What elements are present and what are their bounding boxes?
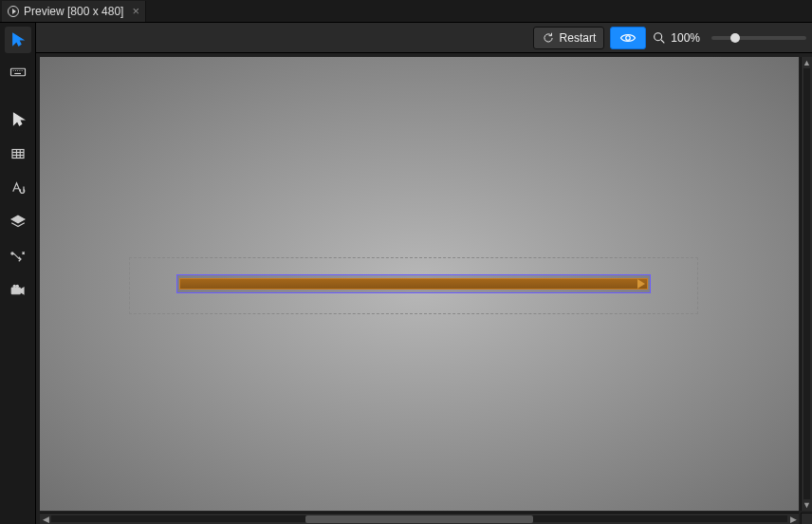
zoom-slider[interactable] [711,36,806,40]
pointer-icon [9,111,27,128]
text-style-tool[interactable] [5,175,31,201]
tab-preview[interactable]: Preview [800 x 480] × [2,1,146,22]
direct-select-icon [9,31,27,48]
horizontal-scrollbar[interactable]: ◀ ▶ [40,513,799,524]
zoom-slider-thumb[interactable] [730,33,740,43]
arrow-right-icon [637,279,645,289]
keyboard-tool[interactable] [5,59,31,85]
layers-icon [9,214,27,231]
svg-line-19 [661,40,664,43]
tab-title: Preview [800 x 480] [24,5,123,18]
grid-icon [9,145,27,162]
svg-rect-14 [11,288,20,294]
keyboard-icon [9,64,27,81]
layers-tool[interactable] [5,209,31,235]
text-style-icon [9,179,27,196]
selection-box[interactable] [176,274,651,293]
scroll-down-icon[interactable]: ▼ [802,499,812,511]
tab-bar: Preview [800 x 480] × [0,0,812,23]
scroll-left-icon[interactable]: ◀ [40,514,51,524]
zoom-icon[interactable] [652,30,667,46]
svg-rect-0 [10,68,25,76]
preview-toolbar: Restart 100% [36,23,812,53]
tool-strip [0,23,36,524]
svg-point-15 [13,285,15,287]
scroll-up-icon[interactable]: ▲ [802,57,812,68]
connector-tool[interactable] [5,243,31,270]
restart-button[interactable]: Restart [533,27,605,49]
restart-label: Restart [560,31,597,45]
zoom-value[interactable]: 100% [671,31,700,45]
camera-icon [9,282,27,299]
timeline-clip[interactable] [179,278,648,290]
canvas-viewport[interactable] [40,57,799,511]
pointer-tool[interactable] [5,106,31,133]
artboard[interactable] [40,57,799,511]
svg-point-18 [655,32,662,40]
camera-tool[interactable] [5,277,31,304]
table-tool[interactable] [5,140,31,167]
svg-rect-7 [12,150,24,159]
close-icon[interactable]: × [132,4,139,18]
svg-point-16 [16,285,18,287]
horizontal-scroll-thumb[interactable] [305,515,533,523]
vertical-scroll-track[interactable] [803,68,810,499]
svg-point-13 [10,253,12,254]
restart-icon [542,31,555,45]
direct-select-tool[interactable] [5,27,31,53]
eye-icon [619,29,637,47]
scroll-right-icon[interactable]: ▶ [787,514,799,524]
canvas-area: ▲ ▼ ◀ ▶ [36,53,812,524]
connector-icon [9,248,27,265]
svg-point-17 [626,35,631,40]
play-circle-icon [8,6,19,17]
scrollbar-corner [801,513,812,524]
visibility-button[interactable] [610,27,646,49]
vertical-scrollbar[interactable]: ▲ ▼ [801,57,812,511]
